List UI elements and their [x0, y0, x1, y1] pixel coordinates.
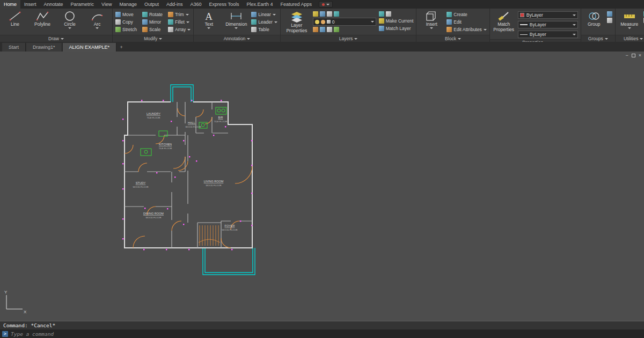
- dropdown-caret-icon: [96, 27, 99, 29]
- menu-tab-manage[interactable]: Manage: [115, 0, 141, 9]
- arc-button[interactable]: Arc: [85, 10, 109, 35]
- layer-unisolate-icon[interactable]: [313, 27, 318, 32]
- line-button[interactable]: Line: [3, 10, 27, 35]
- room-label: FOYER: [225, 224, 235, 227]
- stairs: [199, 225, 220, 246]
- block-edit-button[interactable]: Edit: [447, 19, 486, 25]
- room-label: LIVING ROOM: [204, 180, 224, 183]
- text-button[interactable]: A Text: [196, 10, 221, 35]
- menu-tab-plexearth[interactable]: Plex.Earth 4: [243, 0, 276, 9]
- fillet-button[interactable]: Fillet: [168, 19, 191, 25]
- scale-button[interactable]: Scale: [142, 26, 163, 33]
- dimension-icon: [229, 10, 243, 22]
- command-prompt-icon: >: [2, 331, 8, 337]
- edit-attributes-button[interactable]: Edit Attributes: [447, 26, 486, 33]
- table-icon: [251, 27, 257, 32]
- panel-draw: Line Polyline Circle Arc Draw: [0, 9, 113, 42]
- match-properties-label: Match Properties: [493, 22, 515, 33]
- circle-button[interactable]: Circle: [57, 10, 82, 35]
- menu-tab-a360[interactable]: A360: [187, 0, 206, 9]
- lineweight-icon: [520, 24, 528, 25]
- dropdown-caret-icon: [274, 21, 277, 23]
- trim-button[interactable]: Trim: [168, 11, 191, 18]
- command-input-row[interactable]: > Type a command: [0, 329, 644, 338]
- layer-prev-icon[interactable]: [386, 11, 391, 17]
- menu-tab-featured-apps[interactable]: Featured Apps: [276, 0, 316, 9]
- layer-merge-icon[interactable]: [334, 27, 339, 32]
- block-create-button[interactable]: Create: [447, 11, 486, 18]
- linetype-dropdown[interactable]: ByLayer: [518, 31, 578, 38]
- restore-icon[interactable]: [632, 54, 635, 57]
- layer-dropdown[interactable]: 0: [313, 18, 376, 26]
- ribbon-options-button[interactable]: [319, 1, 333, 8]
- layer-properties-button[interactable]: Layer Properties: [283, 10, 310, 35]
- ungroup-icon[interactable]: [607, 11, 612, 17]
- layer-off-icon[interactable]: [320, 27, 325, 32]
- current-layer-value: 0: [332, 19, 369, 25]
- layer-freeze-icon[interactable]: [320, 11, 325, 17]
- make-current-button[interactable]: Make Current: [379, 18, 414, 24]
- leader-button[interactable]: Leader: [251, 19, 277, 25]
- layer-walk-icon[interactable]: [327, 27, 332, 32]
- group-label: Group: [588, 22, 601, 27]
- status-dot-icon: [322, 3, 325, 6]
- dropdown-caret-icon: [207, 27, 210, 29]
- layer-lock-icon[interactable]: [327, 11, 332, 17]
- menu-tab-view[interactable]: View: [98, 0, 115, 9]
- scale-icon: [142, 27, 148, 32]
- new-tab-button[interactable]: +: [117, 43, 126, 52]
- rotate-button[interactable]: Rotate: [142, 11, 163, 18]
- file-tab-drawing1[interactable]: Drawing1*: [26, 43, 62, 52]
- menu-tab-output[interactable]: Output: [141, 0, 163, 9]
- table-button[interactable]: Table: [251, 26, 277, 33]
- move-button[interactable]: Move: [115, 11, 137, 18]
- minimize-icon[interactable]: −: [625, 53, 628, 58]
- menu-tab-annotate[interactable]: Annotate: [40, 0, 67, 9]
- room-label: KITCHEN: [159, 143, 172, 146]
- mirror-button[interactable]: Mirror: [142, 19, 163, 25]
- file-tab-align-example[interactable]: ALIGN EXAMPLE*: [63, 43, 117, 52]
- panel-label-layers[interactable]: Layers: [281, 35, 416, 42]
- close-icon[interactable]: ×: [639, 53, 641, 58]
- menu-tab-home[interactable]: Home: [0, 0, 20, 9]
- insert-button[interactable]: Insert: [419, 10, 444, 35]
- panel-label-groups[interactable]: Groups: [581, 35, 615, 42]
- dimension-button[interactable]: Dimension: [224, 10, 248, 35]
- panel-label-annotation[interactable]: Annotation: [194, 35, 280, 42]
- menu-tab-parametric[interactable]: Parametric: [67, 0, 98, 9]
- polyline-button[interactable]: Polyline: [30, 10, 55, 35]
- measure-button[interactable]: Measure: [618, 10, 641, 35]
- match-properties-button[interactable]: Match Properties: [493, 10, 515, 39]
- layer-properties-icon: [290, 10, 304, 23]
- layer-isolate-icon[interactable]: [334, 11, 339, 17]
- menu-tab-addins[interactable]: Add-ins: [163, 0, 187, 9]
- panel-label-utilities[interactable]: Utilities: [616, 35, 644, 42]
- panel-label-modify[interactable]: Modify: [113, 35, 193, 42]
- panel-label-draw[interactable]: Draw: [0, 35, 112, 42]
- model-space-canvas[interactable]: − ×: [0, 52, 644, 321]
- stretch-button[interactable]: Stretch: [115, 26, 137, 33]
- group-button[interactable]: Group: [584, 10, 604, 35]
- menu-tab-express-tools[interactable]: Express Tools: [206, 0, 243, 9]
- array-button[interactable]: Array: [168, 26, 191, 33]
- object-color-dropdown[interactable]: ByLayer: [518, 11, 578, 19]
- match-layer-button[interactable]: Match Layer: [379, 25, 414, 32]
- floorplan-drawing[interactable]: LAUNDRY TILE FLOOR B/R TILE FLOOR HALL W…: [121, 82, 260, 281]
- command-history[interactable]: Command: *Cancel*: [0, 321, 644, 329]
- linetype-icon: [520, 34, 528, 35]
- polyline-icon: [35, 10, 49, 22]
- text-label: Text: [205, 22, 214, 27]
- insert-label: Insert: [426, 22, 437, 27]
- layer-state-icon[interactable]: [379, 11, 384, 17]
- arc-label: Arc: [94, 22, 101, 27]
- copy-button[interactable]: Copy: [115, 19, 137, 25]
- menu-bar: Home Insert Annotate Parametric View Man…: [0, 0, 644, 9]
- file-tab-start[interactable]: Start: [2, 43, 26, 52]
- panel-block: Insert Create Edit Edit Attributes Block: [416, 9, 489, 42]
- panel-label-block[interactable]: Block: [416, 35, 489, 42]
- group-edit-icon[interactable]: [607, 18, 612, 23]
- menu-tab-insert[interactable]: Insert: [20, 0, 40, 9]
- linear-button[interactable]: Linear: [251, 11, 277, 18]
- layer-on-icon[interactable]: [313, 11, 318, 17]
- lineweight-dropdown[interactable]: ByLayer: [518, 21, 578, 28]
